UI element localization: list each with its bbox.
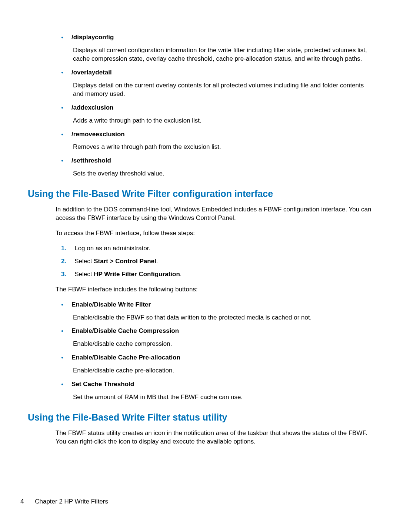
button-desc: Enable/disable cache pre-allocation. <box>73 367 372 375</box>
section-heading-status-utility: Using the File-Based Write Filter status… <box>28 411 372 424</box>
section-body: The FBWF status utility creates an icon … <box>28 429 372 446</box>
cmd-desc: Sets the overlay threshold value. <box>73 170 372 178</box>
step-number: 2. <box>61 257 66 266</box>
button-item: ●Set Cache Threshold Set the amount of R… <box>61 380 372 402</box>
section-heading-config-interface: Using the File-Based Write Filter config… <box>28 188 372 200</box>
bullet-icon: ● <box>61 158 63 163</box>
buttons-list: ●Enable/Disable Write Filter Enable/disa… <box>56 301 372 402</box>
status-paragraph: The FBWF status utility creates an icon … <box>56 429 372 446</box>
bullet-icon: ● <box>61 382 63 387</box>
step-item: 1. Log on as an administrator. <box>61 244 372 253</box>
command-options-list: ●/displayconfig Displays all current con… <box>28 33 372 178</box>
cmd-desc: Displays all current configuration infor… <box>73 46 372 63</box>
intro-paragraph: In addition to the DOS command-line tool… <box>56 205 372 222</box>
buttons-intro: The FBWF interface includes the followin… <box>56 285 372 294</box>
cmd-desc: Removes a write through path from the ex… <box>73 143 372 151</box>
access-paragraph: To access the FBWF interface, follow the… <box>56 229 372 238</box>
chapter-label: Chapter 2 HP Write Filters <box>35 498 108 505</box>
step-number: 3. <box>61 270 66 279</box>
button-title: Set Cache Threshold <box>71 380 134 389</box>
section-body: In addition to the DOS command-line tool… <box>28 205 372 402</box>
button-item: ●Enable/Disable Cache Compression Enable… <box>61 327 372 348</box>
step-prefix: Select <box>74 271 94 278</box>
bullet-icon: ● <box>61 355 63 360</box>
button-desc: Enable/disable cache compression. <box>73 340 372 348</box>
cmd-desc: Adds a write through path to the exclusi… <box>73 117 372 125</box>
button-item: ●Enable/Disable Cache Pre-allocation Ena… <box>61 354 372 375</box>
bullet-icon: ● <box>61 302 63 307</box>
bullet-icon: ● <box>61 70 63 75</box>
cmd-title: /removeexclusion <box>71 130 125 139</box>
step-text: Select HP Write Filter Configuration. <box>74 270 181 279</box>
cmd-item: ●/addexclusion Adds a write through path… <box>61 104 372 125</box>
step-bold: Start > Control Panel <box>94 258 156 265</box>
button-title: Enable/Disable Write Filter <box>71 301 151 309</box>
cmd-title: /addexclusion <box>71 104 113 112</box>
step-prefix: Select <box>74 258 94 265</box>
button-item: ●Enable/Disable Write Filter Enable/disa… <box>61 301 372 322</box>
bullet-icon: ● <box>61 35 63 40</box>
button-desc: Enable/disable the FBWF so that data wri… <box>73 314 372 322</box>
cmd-desc: Displays detail on the current overlay c… <box>73 81 372 98</box>
bullet-icon: ● <box>61 132 63 137</box>
cmd-title: /displayconfig <box>71 33 114 42</box>
cmd-title: /setthreshold <box>71 157 111 165</box>
step-text: Log on as an administrator. <box>74 244 150 253</box>
page-number: 4 <box>20 498 24 505</box>
button-desc: Set the amount of RAM in MB that the FBW… <box>73 393 372 402</box>
cmd-item: ●/displayconfig Displays all current con… <box>61 33 372 63</box>
cmd-title: /overlaydetail <box>71 68 112 77</box>
cmd-item: ●/removeexclusion Removes a write throug… <box>61 130 372 152</box>
step-text: Select Start > Control Panel. <box>74 257 158 266</box>
steps-list: 1. Log on as an administrator. 2. Select… <box>56 244 372 279</box>
page-footer: 4 Chapter 2 HP Write Filters <box>20 498 108 506</box>
button-title: Enable/Disable Cache Pre-allocation <box>71 354 180 362</box>
step-suffix: . <box>156 258 158 265</box>
step-item: 2. Select Start > Control Panel. <box>61 257 372 266</box>
step-item: 3. Select HP Write Filter Configuration. <box>61 270 372 279</box>
button-title: Enable/Disable Cache Compression <box>71 327 179 335</box>
step-suffix: . <box>180 271 182 278</box>
cmd-item: ●/overlaydetail Displays detail on the c… <box>61 68 372 98</box>
step-number: 1. <box>61 244 66 253</box>
step-bold: HP Write Filter Configuration <box>94 271 180 278</box>
cmd-item: ●/setthreshold Sets the overlay threshol… <box>61 157 372 178</box>
bullet-icon: ● <box>61 105 63 110</box>
bullet-icon: ● <box>61 328 63 334</box>
